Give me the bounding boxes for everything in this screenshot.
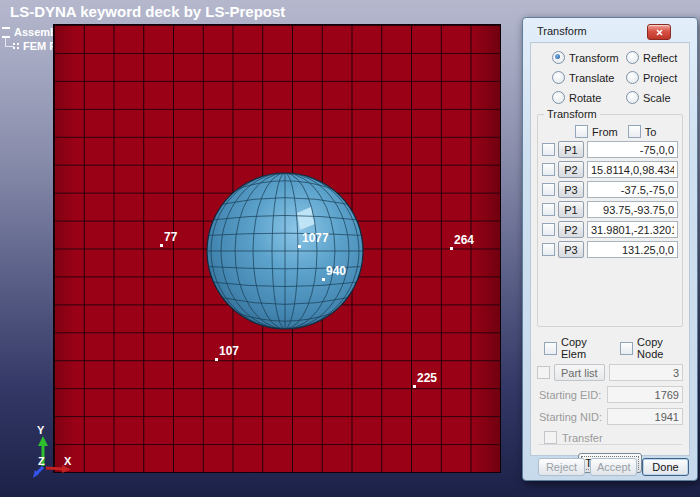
p3-value-field[interactable] (587, 181, 678, 198)
radio-scale[interactable]: Scale (626, 91, 696, 104)
radio-reflect[interactable]: Reflect (626, 51, 696, 64)
transfer-checkbox: Transfer (544, 431, 684, 444)
from-checkbox[interactable]: From (575, 125, 618, 138)
transform-group-title: Transform (544, 108, 600, 120)
copy-elem-checkbox[interactable]: Copy Elem (544, 336, 607, 360)
dialog-title: Transform (537, 25, 587, 37)
separator (538, 444, 682, 445)
checkbox-icon (575, 125, 588, 138)
p3b-value-field[interactable] (587, 241, 678, 258)
point-row: P2 (542, 221, 678, 238)
reject-button[interactable]: Reject (538, 458, 585, 476)
accept-button[interactable]: Accept (590, 458, 637, 476)
axis-triad: Y Z X (28, 418, 84, 482)
point-checkbox[interactable] (542, 223, 555, 236)
node-dot (298, 245, 301, 248)
checkbox-icon (628, 125, 641, 138)
window-title: LS-DYNA keyword deck by LS-Prepost (10, 3, 285, 20)
fem-parts-icon (13, 43, 19, 49)
node-dot (450, 247, 453, 250)
y-axis-label: Y (37, 424, 45, 436)
point-checkbox[interactable] (542, 143, 555, 156)
radio-icon (552, 51, 565, 64)
checkbox-icon (620, 342, 633, 355)
point-checkbox[interactable] (542, 203, 555, 216)
p2-value-field[interactable] (587, 161, 678, 178)
mode-radio-group: Transform Reflect Translate Project Rota… (552, 51, 684, 104)
radio-project[interactable]: Project (626, 71, 696, 84)
transform-dialog: Transform Transform Reflect Translate Pr… (522, 17, 698, 481)
copy-node-checkbox[interactable]: Copy Node (620, 336, 684, 360)
radio-icon (626, 71, 639, 84)
assembly-icon (2, 27, 10, 38)
part-list-count-field (609, 364, 683, 381)
meshed-sphere[interactable] (205, 171, 365, 331)
starting-nid-field (607, 408, 683, 425)
p1b-button[interactable]: P1 (558, 201, 584, 218)
point-row: P3 (542, 181, 678, 198)
point-checkbox[interactable] (542, 163, 555, 176)
starting-eid-field (607, 386, 683, 403)
radio-icon (552, 71, 565, 84)
checkbox-icon (544, 431, 557, 444)
p1-button[interactable]: P1 (558, 141, 584, 158)
z-axis-label: Z (38, 455, 45, 467)
transform-group: Transform From To P1 P2 (537, 114, 683, 327)
radio-icon (552, 91, 565, 104)
close-icon[interactable] (647, 24, 671, 40)
part-list-button[interactable]: Part list (554, 364, 605, 381)
node-dot (160, 244, 163, 247)
p3b-button[interactable]: P3 (558, 241, 584, 258)
p2b-value-field[interactable] (587, 221, 678, 238)
radio-rotate[interactable]: Rotate (552, 91, 626, 104)
p1b-value-field[interactable] (587, 201, 678, 218)
z-axis-arrow (37, 467, 43, 473)
radio-icon (626, 51, 639, 64)
dialog-content: Transform Reflect Translate Project Rota… (530, 42, 690, 456)
done-button[interactable]: Done (642, 458, 689, 476)
p1-value-field[interactable] (587, 141, 678, 158)
part-list-checkbox (537, 366, 550, 379)
point-row: P2 (542, 161, 678, 178)
x-axis-arrow (46, 468, 63, 469)
node-dot (322, 278, 325, 281)
point-checkbox[interactable] (542, 183, 555, 196)
p2b-button[interactable]: P2 (558, 221, 584, 238)
point-row: P1 (542, 141, 678, 158)
starting-nid-label: Starting NID: (539, 411, 607, 423)
x-axis-label: X (64, 455, 72, 467)
point-row: P1 (542, 201, 678, 218)
radio-transform[interactable]: Transform (552, 51, 626, 64)
to-checkbox[interactable]: To (628, 125, 657, 138)
checkbox-icon (544, 342, 557, 355)
node-dot (215, 358, 218, 361)
node-dot (413, 385, 416, 388)
starting-eid-label: Starting EID: (539, 389, 607, 401)
p2-button[interactable]: P2 (558, 161, 584, 178)
radio-translate[interactable]: Translate (552, 71, 626, 84)
point-checkbox[interactable] (542, 243, 555, 256)
point-row: P3 (542, 241, 678, 258)
p3-button[interactable]: P3 (558, 181, 584, 198)
radio-icon (626, 91, 639, 104)
